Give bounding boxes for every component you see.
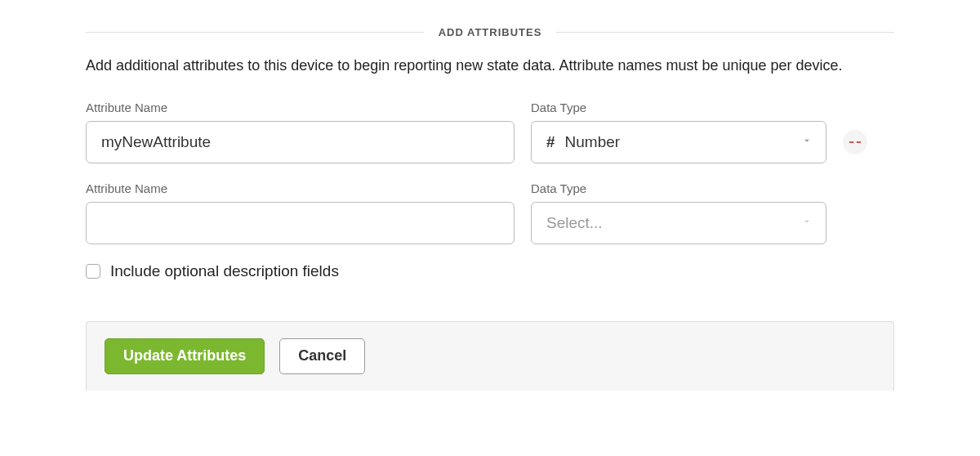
chevron-down-icon [801,216,813,230]
attribute-row: Attribute Name Data Type Select... [86,181,894,244]
data-type-field: Data Type # Number [531,101,826,163]
attribute-name-input[interactable] [86,202,514,244]
data-type-label: Data Type [531,101,826,114]
action-bar: Update Attributes Cancel [86,321,894,391]
divider-left [86,32,424,33]
update-attributes-button[interactable]: Update Attributes [105,338,265,374]
type-symbol-hash: # [546,133,555,151]
attribute-name-input[interactable] [86,121,514,163]
attribute-name-label: Attribute Name [86,101,514,114]
chevron-down-icon [801,135,813,150]
data-type-placeholder: Select... [546,214,603,232]
minus-icon [849,141,861,143]
section-description: Add additional attributes to this device… [86,55,894,78]
divider-right [556,32,894,33]
attribute-name-label: Attribute Name [86,181,514,195]
attribute-name-field: Attribute Name [86,101,514,163]
data-type-select[interactable]: # Number [531,121,826,163]
include-description-option[interactable]: Include optional description fields [86,262,894,280]
section-header: ADD ATTRIBUTES [86,26,894,38]
attribute-name-field: Attribute Name [86,181,514,244]
data-type-label: Data Type [531,181,826,195]
cancel-button[interactable]: Cancel [279,338,365,374]
section-title: ADD ATTRIBUTES [424,26,557,38]
attribute-row: Attribute Name Data Type # Number [86,101,894,163]
remove-attribute-button[interactable] [843,130,867,154]
data-type-value: Number [565,133,621,151]
data-type-field: Data Type Select... [531,181,826,244]
data-type-select[interactable]: Select... [531,202,826,244]
include-description-label: Include optional description fields [110,262,339,280]
include-description-checkbox[interactable] [86,264,100,279]
